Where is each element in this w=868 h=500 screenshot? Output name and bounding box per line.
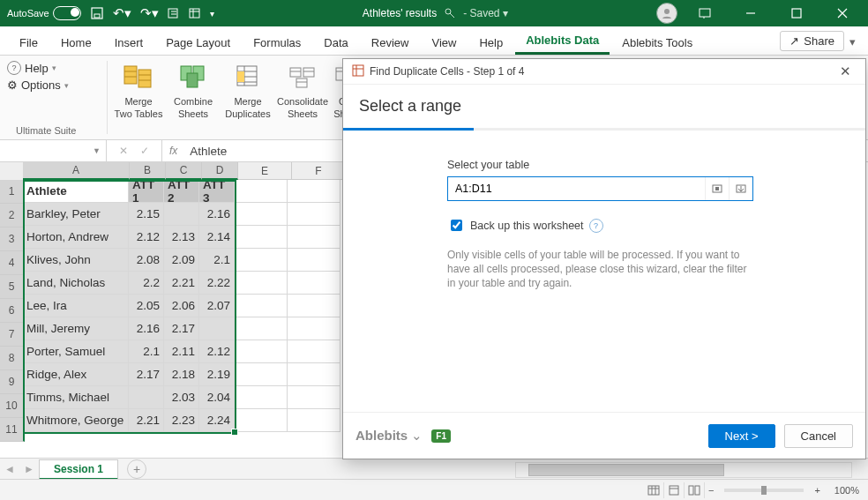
cell[interactable]: Barkley, Peter bbox=[23, 203, 129, 226]
scrollbar-thumb[interactable] bbox=[528, 464, 724, 476]
cell[interactable] bbox=[235, 363, 288, 386]
cell[interactable]: 2.16 bbox=[129, 317, 164, 340]
cell[interactable]: 2.21 bbox=[164, 272, 199, 295]
comments-dropdown[interactable]: ▾ bbox=[846, 33, 859, 51]
tab-review[interactable]: Review bbox=[361, 31, 420, 55]
cell[interactable] bbox=[235, 295, 288, 317]
cell[interactable]: Porter, Samuel bbox=[23, 340, 129, 363]
cell[interactable] bbox=[235, 249, 288, 272]
cell[interactable]: 2.1 bbox=[129, 340, 164, 363]
cell[interactable]: Lee, Ira bbox=[23, 295, 129, 317]
cell[interactable]: 2.19 bbox=[199, 363, 235, 386]
row-header[interactable]: 7 bbox=[0, 323, 25, 347]
save-icon[interactable] bbox=[90, 6, 104, 20]
select-all-corner[interactable] bbox=[0, 162, 24, 181]
tab-ablebits-data[interactable]: Ablebits Data bbox=[515, 28, 610, 55]
column-header[interactable]: E bbox=[238, 162, 292, 180]
cancel-button[interactable]: Cancel bbox=[784, 424, 853, 448]
maximize-icon[interactable] bbox=[778, 0, 815, 26]
cell[interactable]: Ridge, Alex bbox=[23, 363, 129, 386]
cell[interactable] bbox=[288, 409, 340, 432]
row-header[interactable]: 4 bbox=[0, 251, 25, 275]
sheet-nav-next[interactable]: ► bbox=[19, 463, 39, 475]
next-button[interactable]: Next > bbox=[708, 424, 775, 448]
cell[interactable]: Horton, Andrew bbox=[23, 226, 129, 249]
cell[interactable]: 2.09 bbox=[164, 249, 199, 272]
name-box-input[interactable] bbox=[5, 144, 93, 158]
tab-help[interactable]: Help bbox=[468, 31, 513, 55]
cell[interactable]: 2.23 bbox=[164, 409, 199, 432]
minimize-icon[interactable] bbox=[732, 0, 769, 26]
enter-formula-icon[interactable]: ✓ bbox=[140, 145, 149, 157]
row-header[interactable]: 8 bbox=[0, 347, 25, 370]
redo-icon[interactable]: ↷▾ bbox=[140, 5, 159, 21]
autosave-toggle[interactable]: AutoSave bbox=[7, 6, 81, 20]
cell[interactable] bbox=[288, 295, 340, 317]
view-page-layout-icon[interactable] bbox=[664, 482, 685, 498]
cell[interactable]: 2.15 bbox=[129, 203, 164, 226]
row-header[interactable]: 11 bbox=[0, 418, 25, 442]
tab-file[interactable]: File bbox=[9, 31, 49, 55]
cell[interactable]: 2.21 bbox=[129, 409, 164, 432]
row-header[interactable]: 9 bbox=[0, 370, 25, 394]
sheet-nav-prev[interactable]: ◄ bbox=[0, 463, 19, 475]
cell[interactable] bbox=[235, 180, 288, 203]
tab-page-layout[interactable]: Page Layout bbox=[155, 31, 241, 55]
zoom-slider[interactable] bbox=[724, 489, 804, 492]
cell[interactable] bbox=[235, 272, 288, 295]
cell[interactable]: Whitmore, George bbox=[23, 409, 129, 432]
cell[interactable] bbox=[164, 203, 199, 226]
cell[interactable] bbox=[288, 340, 340, 363]
cell[interactable]: 2.17 bbox=[164, 317, 199, 340]
cell[interactable]: 2.17 bbox=[129, 363, 164, 386]
cell[interactable] bbox=[235, 386, 288, 409]
cell[interactable] bbox=[288, 249, 340, 272]
collapse-dialog-icon[interactable] bbox=[729, 177, 752, 200]
merge-two-tables-button[interactable]: MergeTwo Tables bbox=[111, 59, 166, 139]
row-header[interactable]: 6 bbox=[0, 299, 25, 323]
cell[interactable]: 2.2 bbox=[129, 272, 164, 295]
cell[interactable]: Timms, Michael bbox=[23, 386, 129, 409]
horizontal-scrollbar[interactable] bbox=[515, 462, 852, 478]
cell[interactable] bbox=[235, 340, 288, 363]
dialog-titlebar[interactable]: Find Duplicate Cells - Step 1 of 4 ✕ bbox=[343, 59, 865, 85]
cell[interactable]: 2.18 bbox=[164, 363, 199, 386]
tab-view[interactable]: View bbox=[421, 31, 467, 55]
cells[interactable]: AthleteATT 1ATT 2ATT 3Barkley, Peter2.15… bbox=[23, 180, 340, 432]
tab-home[interactable]: Home bbox=[50, 31, 102, 55]
tab-ablebits-tools[interactable]: Ablebits Tools bbox=[611, 31, 703, 55]
cell[interactable]: 2.12 bbox=[129, 226, 164, 249]
quick-icon-2[interactable] bbox=[189, 7, 201, 19]
fx-icon[interactable]: fx bbox=[162, 145, 184, 157]
name-box[interactable]: ▼ bbox=[0, 140, 107, 161]
formula-value[interactable]: Athlete bbox=[184, 145, 232, 158]
help-button[interactable]: ?Help▾ bbox=[7, 61, 100, 75]
cell[interactable]: 2.22 bbox=[199, 272, 235, 295]
cancel-formula-icon[interactable]: ✕ bbox=[119, 145, 128, 157]
share-button[interactable]: ↗Share bbox=[780, 31, 844, 51]
cell[interactable] bbox=[199, 317, 235, 340]
cell[interactable]: Klives, John bbox=[23, 249, 129, 272]
cell[interactable] bbox=[288, 363, 340, 386]
consolidate-sheets-button[interactable]: ConsolidateSheets bbox=[275, 59, 330, 139]
cell[interactable] bbox=[235, 409, 288, 432]
column-header[interactable]: F bbox=[292, 162, 346, 180]
cell[interactable]: 2.06 bbox=[164, 295, 199, 317]
sheet-tab-active[interactable]: Session 1 bbox=[39, 459, 118, 480]
cell[interactable] bbox=[288, 180, 340, 203]
zoom-level[interactable]: 100% bbox=[834, 485, 859, 496]
expand-selection-icon[interactable] bbox=[705, 177, 729, 200]
cell[interactable]: 2.07 bbox=[199, 295, 235, 317]
zoom-out-button[interactable]: − bbox=[705, 485, 717, 496]
add-sheet-button[interactable]: + bbox=[127, 459, 146, 479]
cell[interactable]: 2.04 bbox=[199, 386, 235, 409]
range-input[interactable] bbox=[448, 177, 705, 200]
view-normal-icon[interactable] bbox=[644, 482, 664, 498]
cell[interactable] bbox=[288, 317, 340, 340]
cell[interactable]: 2.08 bbox=[129, 249, 164, 272]
tab-data[interactable]: Data bbox=[313, 31, 358, 55]
cell[interactable]: Athlete bbox=[23, 180, 129, 203]
chevron-down-icon[interactable]: ⌄ bbox=[411, 428, 423, 443]
close-icon[interactable] bbox=[824, 0, 861, 26]
cell[interactable]: 2.1 bbox=[199, 249, 235, 272]
